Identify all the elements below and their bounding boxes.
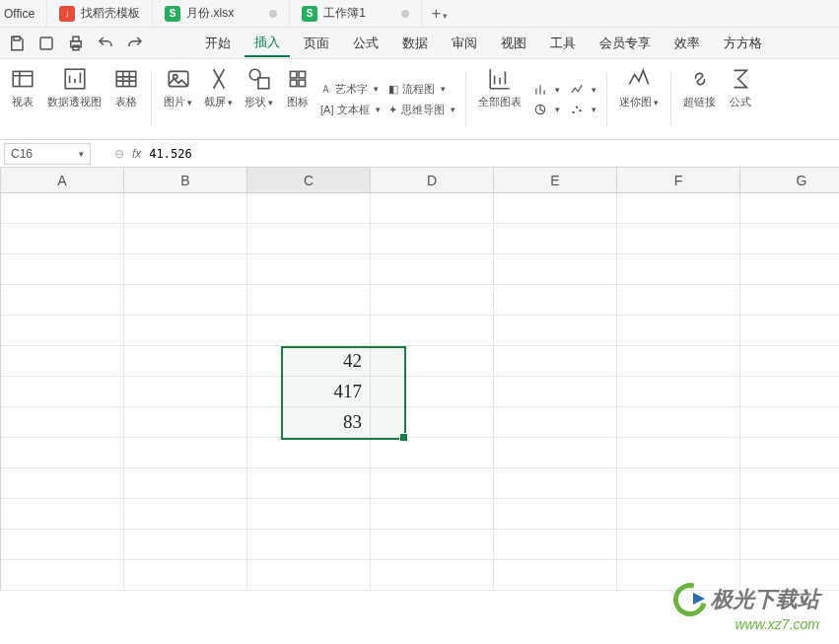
spreadsheet-grid[interactable]: A B C D E F G 4241783 xyxy=(0,168,839,609)
cell[interactable] xyxy=(617,468,740,499)
tab-docker-templates[interactable]: ↓ 找稻壳模板 xyxy=(47,0,153,28)
menu-insert[interactable]: 插入 xyxy=(245,30,290,57)
cell[interactable] xyxy=(1,285,124,316)
cell[interactable] xyxy=(494,407,617,438)
cell[interactable] xyxy=(1,499,124,530)
menu-data[interactable]: 数据 xyxy=(392,31,438,56)
screenshot-button[interactable]: 截屏▾ xyxy=(198,66,239,133)
cell[interactable] xyxy=(740,407,839,438)
sparkline-button[interactable]: 迷你图▾ xyxy=(613,66,664,133)
col-header-d[interactable]: D xyxy=(371,168,494,192)
cell[interactable] xyxy=(617,254,740,285)
cell[interactable] xyxy=(371,285,494,316)
tab-close-icon[interactable] xyxy=(269,10,277,18)
cell[interactable] xyxy=(124,377,247,407)
col-header-a[interactable]: A xyxy=(1,168,124,192)
cell[interactable] xyxy=(247,560,371,591)
cell[interactable] xyxy=(371,316,494,346)
cell[interactable] xyxy=(617,346,740,377)
cell[interactable] xyxy=(740,254,839,285)
cell[interactable] xyxy=(371,560,494,591)
icons-button[interactable]: 图标 xyxy=(279,66,316,133)
cell[interactable] xyxy=(617,224,740,254)
print-preview-icon[interactable] xyxy=(37,35,55,52)
cell[interactable] xyxy=(371,438,494,468)
print-icon[interactable] xyxy=(67,35,85,52)
pivot-chart-button[interactable]: 数据透视图 xyxy=(41,66,107,133)
flowchart-button[interactable]: ◧流程图▾ xyxy=(388,82,455,97)
menu-view[interactable]: 视图 xyxy=(491,31,536,56)
cell[interactable] xyxy=(124,193,247,224)
name-box[interactable]: C16 ▾ xyxy=(4,143,91,165)
redo-icon[interactable] xyxy=(126,35,144,52)
line-chart-button[interactable]: ▾ xyxy=(568,83,596,97)
cell[interactable] xyxy=(1,468,124,499)
col-header-b[interactable]: B xyxy=(124,168,247,192)
picture-button[interactable]: 图片▾ xyxy=(158,66,198,133)
cell[interactable] xyxy=(371,377,494,407)
cell[interactable] xyxy=(740,377,839,407)
cell[interactable] xyxy=(247,438,371,468)
cell[interactable] xyxy=(247,224,371,254)
cell[interactable] xyxy=(617,407,740,438)
cell[interactable] xyxy=(740,438,839,468)
cell[interactable]: 42 xyxy=(247,346,371,377)
cell[interactable] xyxy=(247,316,371,346)
cell[interactable] xyxy=(371,468,494,499)
cell[interactable] xyxy=(124,499,247,530)
cell[interactable] xyxy=(371,254,494,285)
cell[interactable] xyxy=(124,438,247,468)
cell[interactable] xyxy=(1,377,124,407)
col-header-g[interactable]: G xyxy=(740,168,839,192)
save-icon[interactable] xyxy=(8,35,26,52)
cell[interactable] xyxy=(371,530,494,560)
cell[interactable] xyxy=(1,560,124,591)
menu-review[interactable]: 审阅 xyxy=(442,31,487,56)
menu-efficiency[interactable]: 效率 xyxy=(664,31,710,56)
mindmap-button[interactable]: ✦思维导图▾ xyxy=(388,103,455,117)
cell[interactable] xyxy=(371,407,494,438)
cell[interactable] xyxy=(124,407,247,438)
cell[interactable] xyxy=(494,316,617,346)
cell[interactable] xyxy=(247,468,371,499)
menu-formula[interactable]: 公式 xyxy=(343,31,388,56)
cell[interactable]: 83 xyxy=(247,407,371,438)
cell[interactable] xyxy=(617,285,740,316)
bar-chart-button[interactable]: ▾ xyxy=(531,83,560,97)
cell[interactable] xyxy=(494,468,617,499)
menu-tools[interactable]: 工具 xyxy=(540,31,586,56)
hyperlink-button[interactable]: 超链接 xyxy=(677,66,722,133)
tab-office[interactable]: Office xyxy=(0,0,47,28)
table-button[interactable]: 表格 xyxy=(107,66,145,133)
cell[interactable] xyxy=(740,316,839,346)
cell[interactable] xyxy=(494,193,617,224)
cell[interactable] xyxy=(494,377,617,407)
cell[interactable] xyxy=(494,254,617,285)
cell[interactable] xyxy=(617,377,740,407)
cell[interactable] xyxy=(1,193,124,224)
cell[interactable] xyxy=(1,346,124,377)
cell[interactable] xyxy=(124,560,247,591)
cell[interactable] xyxy=(1,438,124,468)
tab-file-1[interactable]: S 月份.xlsx xyxy=(153,0,290,28)
col-header-c[interactable]: C xyxy=(247,168,371,192)
cell[interactable] xyxy=(124,254,247,285)
cell[interactable] xyxy=(247,499,371,530)
menu-member[interactable]: 会员专享 xyxy=(590,31,661,56)
cell[interactable] xyxy=(617,193,740,224)
cell[interactable] xyxy=(494,499,617,530)
cell[interactable] xyxy=(494,285,617,316)
cell[interactable] xyxy=(740,193,839,224)
cell[interactable] xyxy=(1,316,124,346)
tab-file-2[interactable]: S 工作簿1 xyxy=(290,0,422,28)
scatter-chart-button[interactable]: ▾ xyxy=(568,103,596,116)
cell[interactable] xyxy=(124,224,247,254)
cell[interactable] xyxy=(617,499,740,530)
cell[interactable] xyxy=(740,499,839,530)
cell[interactable] xyxy=(371,499,494,530)
cell[interactable] xyxy=(124,316,247,346)
cell[interactable] xyxy=(371,346,494,377)
menu-square[interactable]: 方方格 xyxy=(714,31,772,56)
all-charts-button[interactable]: 全部图表 xyxy=(472,66,527,133)
cell[interactable] xyxy=(494,530,617,560)
